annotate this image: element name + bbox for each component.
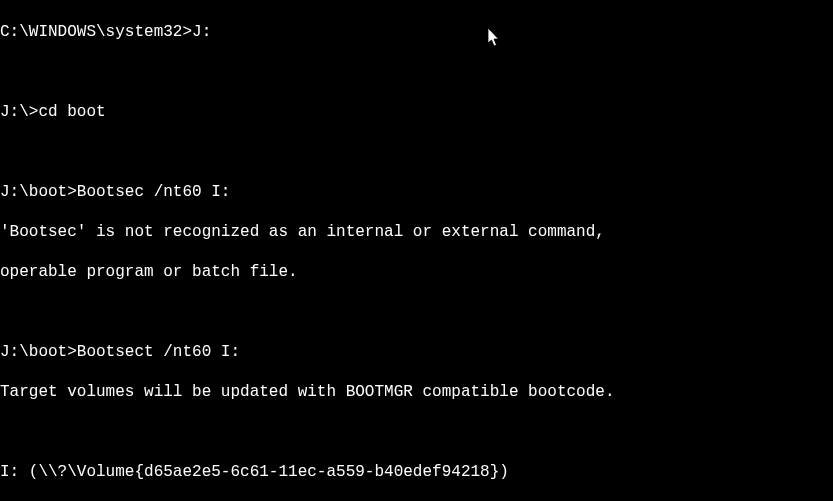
terminal-line: 'Bootsec' is not recognized as an intern… xyxy=(0,222,833,242)
terminal-output[interactable]: C:\WINDOWS\system32>J: J:\>cd boot J:\bo… xyxy=(0,2,833,501)
terminal-line xyxy=(0,422,833,442)
terminal-line: Target volumes will be updated with BOOT… xyxy=(0,382,833,402)
terminal-line xyxy=(0,302,833,322)
terminal-line xyxy=(0,62,833,82)
terminal-line xyxy=(0,142,833,162)
terminal-line: J:\boot>Bootsec /nt60 I: xyxy=(0,182,833,202)
terminal-line: I: (\\?\Volume{d65ae2e5-6c61-11ec-a559-b… xyxy=(0,462,833,482)
terminal-line: J:\boot>Bootsect /nt60 I: xyxy=(0,342,833,362)
terminal-line: C:\WINDOWS\system32>J: xyxy=(0,22,833,42)
terminal-line: J:\>cd boot xyxy=(0,102,833,122)
terminal-line: operable program or batch file. xyxy=(0,262,833,282)
